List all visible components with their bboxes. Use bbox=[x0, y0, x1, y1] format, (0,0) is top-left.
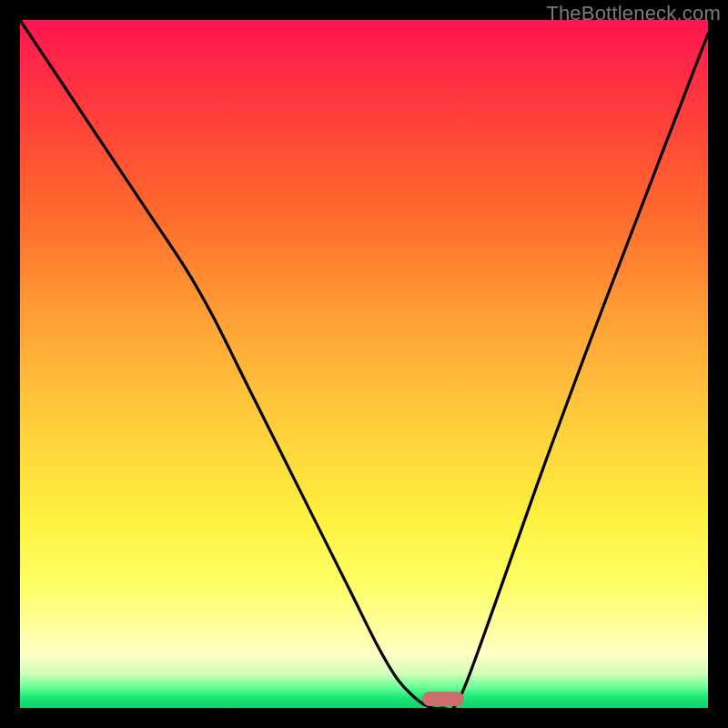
optimal-range-marker bbox=[422, 692, 463, 706]
plot-area bbox=[20, 20, 708, 708]
bottleneck-curve bbox=[20, 20, 708, 708]
chart-container: TheBottleneck.com bbox=[0, 0, 728, 728]
curve-svg bbox=[20, 20, 708, 708]
